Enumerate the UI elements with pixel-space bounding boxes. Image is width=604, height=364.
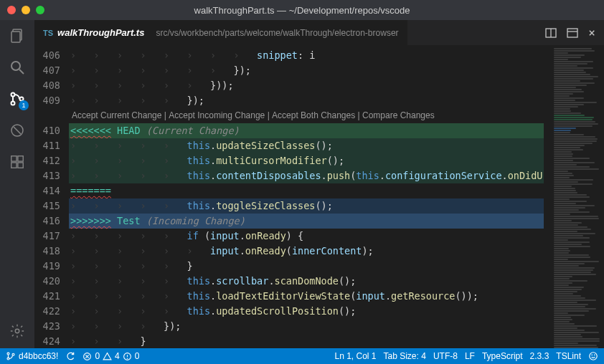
merge-codelens: Accept Current Change | Accept Incoming … [69, 108, 552, 123]
accept-both-changes[interactable]: Accept Both Changes [272, 108, 355, 123]
line-number: 416 [34, 214, 60, 229]
line-number: 409 [34, 93, 60, 108]
tab-walkthrough[interactable]: TS walkThroughPart.ts src/vs/workbench/p… [34, 20, 407, 45]
line-number: 420 [34, 274, 60, 289]
titlebar[interactable]: walkThroughPart.ts — ~/Development/repos… [0, 0, 604, 20]
svg-point-26 [127, 358, 128, 358]
search-icon[interactable] [9, 59, 26, 76]
code-line[interactable]: › › › › › this.updatedScrollPosition(); [69, 304, 552, 319]
line-number: 407 [34, 63, 60, 78]
accept-incoming-change[interactable]: Accept Incoming Change [169, 108, 265, 123]
svg-line-3 [19, 70, 24, 74]
svg-point-2 [11, 62, 20, 70]
code-line[interactable]: › › › › › › input.onReady(innerContent); [69, 244, 552, 259]
minimize-window[interactable] [22, 6, 30, 14]
code-line[interactable]: › › › › › }); [69, 93, 552, 108]
typescript-file-icon: TS [43, 29, 53, 37]
svg-point-4 [11, 93, 15, 97]
svg-point-27 [590, 353, 598, 360]
source-control-icon[interactable]: 1 [9, 90, 26, 107]
minimap[interactable] [552, 45, 604, 348]
line-number: 417 [34, 229, 60, 244]
code-line[interactable]: › › › › › this.loadTextEditorViewState(i… [69, 289, 552, 304]
svg-point-19 [7, 358, 9, 360]
svg-point-18 [7, 353, 9, 355]
window-title: walkThroughPart.ts — ~/Development/repos… [0, 5, 604, 16]
tslint[interactable]: TSLint [556, 351, 581, 361]
encoding[interactable]: UTF-8 [433, 351, 458, 361]
problems[interactable]: 0 4 0 [82, 351, 139, 361]
line-number: 415 [34, 198, 60, 214]
maximize-window[interactable] [36, 6, 44, 14]
tab-actions: × [545, 27, 604, 39]
code-line[interactable]: › › › › › › › }); [69, 63, 552, 78]
code-line[interactable]: › › › › › this.toggleSizeClasses(); [69, 198, 544, 214]
window-controls [7, 6, 44, 14]
explorer-icon[interactable] [9, 27, 26, 44]
line-number: 411 [34, 138, 60, 153]
settings-gear-icon[interactable] [9, 322, 26, 340]
line-number: 408 [34, 78, 60, 93]
code-line[interactable]: › › › › }); [69, 319, 552, 334]
close-icon[interactable]: × [588, 27, 595, 39]
code-line[interactable]: › › › › › } [69, 259, 552, 274]
status-bar: d4bbcc63! 0 4 0 Ln 1, Col 1 Tab Size: 4 … [0, 348, 604, 364]
svg-rect-16 [567, 29, 577, 37]
git-branch[interactable]: d4bbcc63! [6, 351, 58, 361]
svg-point-29 [594, 355, 595, 355]
ts-version[interactable]: 2.3.3 [530, 351, 549, 361]
code-line[interactable]: <<<<<<< HEAD (Current Change) [69, 123, 544, 138]
tab-filepath: src/vs/workbench/parts/welcome/walkThrou… [156, 28, 398, 38]
line-number: 423 [34, 319, 60, 334]
language-mode[interactable]: TypeScript [482, 351, 523, 361]
tab-bar: TS walkThroughPart.ts src/vs/workbench/p… [34, 20, 604, 45]
svg-rect-11 [18, 163, 23, 168]
scm-badge: 1 [19, 100, 29, 110]
svg-point-13 [15, 329, 19, 333]
tab-size[interactable]: Tab Size: 4 [384, 351, 426, 361]
code-line[interactable]: › › › } [69, 334, 552, 348]
svg-rect-1 [11, 32, 20, 42]
feedback-icon[interactable] [588, 351, 598, 361]
accept-current-change[interactable]: Accept Current Change [72, 108, 161, 123]
code-line[interactable]: › › › › › this.multiCursorModifier(); [69, 153, 544, 168]
svg-rect-9 [11, 156, 16, 161]
line-number: 421 [34, 289, 60, 304]
editor[interactable]: 406407408409 410411412413414415416417418… [34, 45, 604, 348]
close-window[interactable] [7, 6, 16, 14]
svg-point-5 [11, 102, 15, 105]
line-number: 418 [34, 244, 60, 259]
svg-line-8 [14, 127, 21, 134]
code-line[interactable]: >>>>>>> Test (Incoming Change) [69, 214, 544, 229]
code-line[interactable]: ======= [69, 183, 552, 198]
activity-bar: 1 [0, 20, 34, 348]
split-editor-icon[interactable] [545, 27, 557, 39]
code-line[interactable]: › › › › › this.updateSizeClasses(); [69, 138, 544, 153]
code-line[interactable]: › › › › › › › › snippet: i [69, 48, 552, 63]
cursor-position[interactable]: Ln 1, Col 1 [334, 351, 376, 361]
svg-rect-10 [11, 163, 16, 168]
code-line[interactable]: › › › › › this.contentDisposables.push(t… [69, 168, 544, 183]
svg-point-20 [12, 353, 14, 355]
debug-icon[interactable] [9, 122, 26, 139]
svg-rect-12 [18, 156, 23, 161]
code-line[interactable]: › › › › › if (input.onReady) { [69, 229, 552, 244]
line-number: 413 [34, 168, 60, 183]
line-number: 410 [34, 123, 60, 138]
svg-point-28 [592, 355, 593, 355]
code-line[interactable]: › › › › › this.scrollbar.scanDomNode(); [69, 274, 552, 289]
tab-filename: walkThroughPart.ts [57, 27, 144, 38]
more-actions-icon[interactable] [567, 27, 578, 39]
code-line[interactable]: › › › › › › })); [69, 78, 552, 93]
line-number: 412 [34, 153, 60, 168]
line-number: 422 [34, 304, 60, 319]
line-number: 419 [34, 259, 60, 274]
sync-icon[interactable] [65, 351, 75, 361]
line-number: 414 [34, 183, 60, 198]
line-number: 406 [34, 48, 60, 63]
code-area[interactable]: › › › › › › › › snippet: i› › › › › › › … [69, 45, 552, 348]
line-number-gutter: 406407408409 410411412413414415416417418… [34, 45, 69, 348]
eol[interactable]: LF [465, 351, 475, 361]
compare-changes[interactable]: Compare Changes [362, 108, 435, 123]
extensions-icon[interactable] [9, 153, 26, 171]
